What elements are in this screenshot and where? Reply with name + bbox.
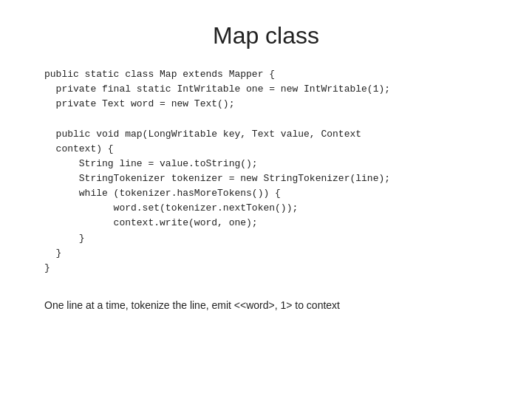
page-container: Map class public static class Map extend… [0,0,532,399]
page-title: Map class [213,22,319,50]
code-block: public static class Map extends Mapper {… [44,67,390,276]
caption-text: One line at a time, tokenize the line, e… [44,299,340,311]
